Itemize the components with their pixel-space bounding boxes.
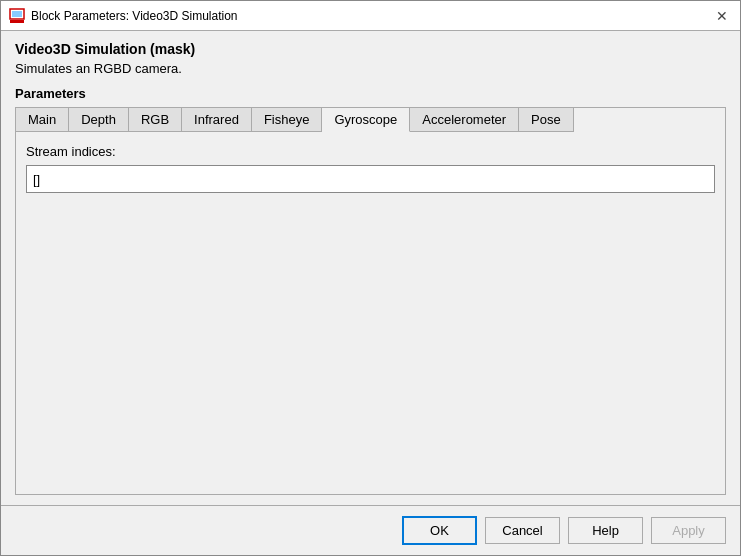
ok-button[interactable]: OK: [402, 516, 477, 545]
title-bar-left: Block Parameters: Video3D Simulation: [9, 8, 238, 24]
tab-pose[interactable]: Pose: [519, 108, 574, 132]
window-content: Video3D Simulation (mask) Simulates an R…: [1, 31, 740, 505]
stream-indices-input[interactable]: [26, 165, 715, 193]
tab-main[interactable]: Main: [16, 108, 69, 132]
tab-gyroscope[interactable]: Gyroscope: [322, 108, 410, 132]
help-button[interactable]: Help: [568, 517, 643, 544]
svg-rect-1: [12, 11, 22, 17]
bottom-bar: OK Cancel Help Apply: [1, 505, 740, 555]
tab-accelerometer[interactable]: Accelerometer: [410, 108, 519, 132]
main-window: Block Parameters: Video3D Simulation ✕ V…: [0, 0, 741, 556]
apply-button[interactable]: Apply: [651, 517, 726, 544]
tab-content-gyroscope: Stream indices:: [15, 132, 726, 495]
block-title: Video3D Simulation (mask): [15, 41, 726, 57]
window-title: Block Parameters: Video3D Simulation: [31, 9, 238, 23]
tab-infrared[interactable]: Infrared: [182, 108, 252, 132]
svg-rect-2: [10, 20, 24, 23]
tab-rgb[interactable]: RGB: [129, 108, 182, 132]
parameters-label: Parameters: [15, 86, 726, 101]
window-icon: [9, 8, 25, 24]
tab-fisheye[interactable]: Fisheye: [252, 108, 323, 132]
tab-depth[interactable]: Depth: [69, 108, 129, 132]
title-bar: Block Parameters: Video3D Simulation ✕: [1, 1, 740, 31]
tab-content-spacer: [26, 193, 715, 482]
stream-indices-label: Stream indices:: [26, 144, 715, 159]
tab-bar: Main Depth RGB Infrared Fisheye Gyroscop…: [15, 107, 726, 132]
block-subtitle: Simulates an RGBD camera.: [15, 61, 726, 76]
close-button[interactable]: ✕: [712, 6, 732, 26]
cancel-button[interactable]: Cancel: [485, 517, 560, 544]
